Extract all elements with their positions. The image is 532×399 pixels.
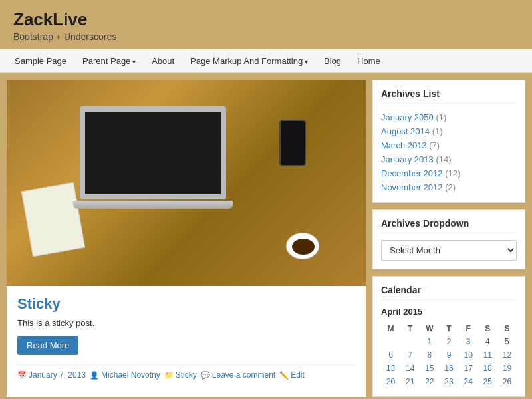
calendar-day-link[interactable]: 8 <box>428 350 432 360</box>
calendar-cell[interactable]: 16 <box>439 362 458 375</box>
archive-link[interactable]: December 2012 <box>381 168 443 178</box>
nav-item-about[interactable]: About <box>144 49 182 72</box>
archive-count: (2) <box>445 182 456 192</box>
post-comment-link[interactable]: Leave a comment <box>212 370 275 380</box>
calendar-cell[interactable]: 3 <box>459 335 478 348</box>
post-date: 📅 January 7, 2013 <box>17 370 86 380</box>
archive-link[interactable]: August 2014 <box>381 126 430 136</box>
calendar-header-row: MTWTFSS <box>381 322 517 335</box>
post-edit-link[interactable]: Edit <box>291 370 305 380</box>
calendar-header-cell: T <box>400 322 420 335</box>
calendar-cell[interactable]: 8 <box>420 348 439 362</box>
post-comment: 💬 Leave a comment <box>201 370 275 380</box>
calendar-day-link[interactable]: 17 <box>464 364 472 373</box>
calendar-cell[interactable]: 23 <box>439 375 458 388</box>
calendar-day-link[interactable]: 13 <box>386 364 395 373</box>
phone-decoration <box>279 120 306 166</box>
calendar-cell[interactable]: 2 <box>439 335 458 348</box>
nav-item-parent-page[interactable]: Parent Page <box>74 49 144 72</box>
calendar-cell[interactable]: 11 <box>478 348 497 362</box>
archive-count: (1) <box>432 126 443 136</box>
calendar-cell[interactable]: 26 <box>497 375 517 388</box>
archive-link[interactable]: January 2050 <box>381 112 434 122</box>
nav-item-home[interactable]: Home <box>349 49 388 72</box>
nav-item-blog[interactable]: Blog <box>316 49 349 72</box>
calendar-day-link[interactable]: 3 <box>466 337 471 346</box>
calendar-day-link[interactable]: 18 <box>483 364 492 373</box>
calendar-cell[interactable]: 19 <box>497 362 517 375</box>
calendar-day-link[interactable]: 26 <box>503 377 511 386</box>
calendar-cell[interactable]: 13 <box>381 362 400 375</box>
calendar-day-link[interactable]: 19 <box>503 364 511 373</box>
post-author: 👤 Michael Novotny <box>90 370 160 380</box>
calendar-cell[interactable]: 7 <box>400 348 420 362</box>
archives-dropdown-widget: Archives Dropdown Select MonthJanuary 20… <box>372 209 525 269</box>
calendar-day-link[interactable]: 22 <box>425 377 434 386</box>
calendar-day-link[interactable]: 16 <box>444 364 453 373</box>
calendar-cell: 4 <box>478 335 497 348</box>
archive-count: (14) <box>436 154 451 164</box>
calendar-day-link[interactable]: 21 <box>406 377 414 386</box>
comment-icon: 💬 <box>201 371 210 380</box>
archive-link[interactable]: November 2012 <box>381 182 443 192</box>
calendar-day-link[interactable]: 20 <box>386 377 395 386</box>
calendar-day-link[interactable]: 25 <box>483 377 492 386</box>
post-author-link[interactable]: Michael Novotny <box>101 370 160 380</box>
calendar-cell[interactable]: 22 <box>420 375 439 388</box>
calendar-header-cell: F <box>459 322 478 335</box>
calendar-month: April 2015 <box>381 307 517 317</box>
calendar-header-cell: S <box>497 322 517 335</box>
calendar-cell[interactable]: 18 <box>478 362 497 375</box>
read-more-button[interactable]: Read More <box>17 336 78 355</box>
desk-background <box>7 80 366 286</box>
calendar-cell[interactable]: 17 <box>459 362 478 375</box>
calendar-row: 20212223242526 <box>381 375 517 388</box>
calendar-day-link[interactable]: 6 <box>388 350 393 360</box>
calendar-day-link[interactable]: 9 <box>447 350 452 360</box>
calendar-day-link[interactable]: 2 <box>447 337 452 346</box>
calendar-day-link[interactable]: 12 <box>503 350 511 360</box>
calendar-cell[interactable]: 25 <box>478 375 497 388</box>
post-category-link[interactable]: Sticky <box>176 370 197 380</box>
calendar-cell[interactable]: 20 <box>381 375 400 388</box>
post-content: Sticky This is a sticky post. Read More … <box>7 286 366 389</box>
calendar-row: 13141516171819 <box>381 362 517 375</box>
calendar-cell[interactable]: 9 <box>439 348 458 362</box>
calendar-cell[interactable]: 10 <box>459 348 478 362</box>
nav-item-sample-page[interactable]: Sample Page <box>7 49 74 72</box>
calendar-cell <box>381 335 400 348</box>
archive-link[interactable]: January 2013 <box>381 154 434 164</box>
edit-icon: ✏️ <box>279 371 289 380</box>
calendar-day-link[interactable]: 11 <box>483 350 492 360</box>
user-icon: 👤 <box>90 371 99 380</box>
laptop-base <box>73 201 233 209</box>
nav-item-page-markup-and-formatting[interactable]: Page Markup And Formatting <box>182 49 316 72</box>
archive-list-item: November 2012 (2) <box>381 180 517 194</box>
archive-list-item: March 2013 (7) <box>381 138 517 152</box>
archive-list-item: January 2013 (14) <box>381 152 517 166</box>
calendar-cell[interactable]: 1 <box>420 335 439 348</box>
calendar-day-link[interactable]: 10 <box>464 350 472 360</box>
archive-link[interactable]: March 2013 <box>381 140 427 150</box>
post-date-link[interactable]: January 7, 2013 <box>29 370 86 380</box>
calendar-cell[interactable]: 6 <box>381 348 400 362</box>
calendar-day-link[interactable]: 15 <box>425 364 434 373</box>
calendar-cell[interactable]: 21 <box>400 375 420 388</box>
calendar-day-link[interactable]: 1 <box>428 337 432 346</box>
calendar-cell[interactable]: 14 <box>400 362 420 375</box>
calendar-body: 1234567891011121314151617181920212223242… <box>381 335 517 388</box>
folder-icon: 📁 <box>164 371 174 380</box>
archives-select[interactable]: Select MonthJanuary 2050 (1)August 2014 … <box>381 240 517 261</box>
site-tagline: Bootstrap + Underscores <box>13 31 519 42</box>
main-nav: Sample PageParent PageAboutPage Markup A… <box>0 49 532 73</box>
calendar-day-link[interactable]: 23 <box>444 377 453 386</box>
archive-list-item: January 2050 (1) <box>381 110 517 124</box>
calendar-cell[interactable]: 12 <box>497 348 517 362</box>
calendar-day-link[interactable]: 7 <box>408 350 412 360</box>
calendar-cell <box>400 335 420 348</box>
calendar-table: MTWTFSS 12345678910111213141516171819202… <box>381 322 517 388</box>
calendar-cell[interactable]: 15 <box>420 362 439 375</box>
calendar-day-link[interactable]: 14 <box>406 364 414 373</box>
calendar-day-link[interactable]: 24 <box>464 377 472 386</box>
calendar-cell[interactable]: 24 <box>459 375 478 388</box>
